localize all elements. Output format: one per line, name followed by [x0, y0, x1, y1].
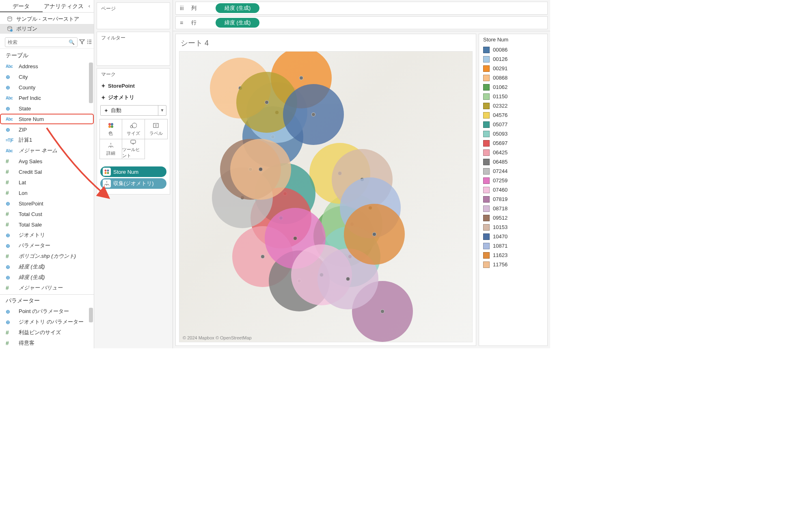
field-item[interactable]: #Total Sale: [0, 219, 94, 230]
scrollbar-thumb[interactable]: [89, 63, 93, 103]
marks-color-button[interactable]: 色: [99, 119, 123, 139]
legend-item[interactable]: 07460: [482, 185, 545, 194]
parameter-item[interactable]: ⊕ジオメトリ のパラメーター: [0, 317, 94, 327]
marks-detail-button[interactable]: 詳細: [99, 139, 123, 159]
pill-storenum[interactable]: Store Num: [100, 166, 166, 177]
field-item[interactable]: #Total Cust: [0, 209, 94, 219]
geo-field-icon: ⊕: [6, 309, 15, 315]
field-item[interactable]: ⊕StorePoint: [0, 198, 94, 209]
legend-item[interactable]: 07259: [482, 176, 545, 185]
legend-swatch: [483, 224, 490, 231]
legend-item[interactable]: 00126: [482, 54, 545, 64]
parameter-item[interactable]: ⊕Point のパラメーター: [0, 306, 94, 317]
legend-item[interactable]: 05093: [482, 129, 545, 138]
field-item[interactable]: ⊕パラメーター: [0, 240, 94, 251]
tab-data[interactable]: データ: [0, 0, 43, 12]
legend-item[interactable]: 01062: [482, 82, 545, 92]
legend-label: 04576: [493, 112, 508, 118]
geo-field-icon: ⊕: [6, 274, 15, 281]
field-item[interactable]: ⊕経度 (生成): [0, 261, 94, 272]
visualization-pane[interactable]: シート 4 © 2024 Mapbox © OpenStreetMap: [175, 34, 476, 346]
field-item[interactable]: AbcAddress: [0, 61, 94, 71]
filters-card[interactable]: フィルター: [97, 32, 170, 66]
field-item[interactable]: #メジャー バリュー: [0, 283, 94, 293]
legend-item[interactable]: 08718: [482, 204, 545, 213]
datasource-item[interactable]: サンプル - スーパーストア: [0, 14, 94, 24]
legend-item[interactable]: 05077: [482, 120, 545, 129]
legend-item[interactable]: 10470: [482, 232, 545, 241]
marks-layer-geometry[interactable]: ✦ ジオメトリ: [97, 91, 170, 104]
marks-layer-storepoint[interactable]: ✦ StorePoint: [97, 80, 170, 91]
field-item[interactable]: ⊕緯度 (生成): [0, 272, 94, 283]
legend-label: 11756: [493, 261, 508, 268]
legend-item[interactable]: 02322: [482, 101, 545, 110]
parameter-item[interactable]: #得意客: [0, 338, 94, 348]
parameter-item[interactable]: #利益ビンのサイズ: [0, 327, 94, 338]
legend-label: 11623: [493, 252, 508, 258]
field-item[interactable]: ⊕ZIP: [0, 124, 94, 135]
sheet-title[interactable]: シート 4: [179, 37, 473, 51]
legend-item[interactable]: 04576: [482, 110, 545, 120]
field-item[interactable]: ⊕City: [0, 71, 94, 82]
pill-geometry[interactable]: 収集(ジオメトリ): [100, 178, 166, 189]
legend-item[interactable]: 00291: [482, 64, 545, 73]
color-legend[interactable]: Store Num 000860012600291008680106201150…: [479, 34, 548, 346]
legend-item[interactable]: 11756: [482, 260, 545, 269]
legend-item[interactable]: 00086: [482, 45, 545, 54]
datasource-item[interactable]: ポリゴン: [0, 24, 94, 34]
legend-item[interactable]: 01150: [482, 92, 545, 101]
legend-item[interactable]: 05697: [482, 138, 545, 148]
map-view[interactable]: © 2024 Mapbox © OpenStreetMap: [179, 51, 473, 342]
field-item[interactable]: #Lon: [0, 188, 94, 198]
search-input[interactable]: 🔍: [5, 37, 78, 47]
field-item[interactable]: #ポリゴン.shp (カウント): [0, 251, 94, 261]
map-bubble[interactable]: [344, 204, 405, 265]
legend-item[interactable]: 06485: [482, 157, 545, 166]
legend-item[interactable]: 07244: [482, 166, 545, 176]
map-bubble[interactable]: [283, 84, 344, 145]
field-item[interactable]: AbcPerf Indic: [0, 93, 94, 103]
legend-item[interactable]: 11623: [482, 251, 545, 260]
legend-item[interactable]: 10153: [482, 222, 545, 232]
tab-analytics[interactable]: アナリティクス: [43, 0, 85, 12]
scrollbar-thumb[interactable]: [89, 308, 93, 322]
legend-item[interactable]: 10871: [482, 241, 545, 251]
collapse-panel-icon[interactable]: ‹: [85, 0, 94, 12]
marks-size-button[interactable]: サイズ: [122, 119, 145, 139]
field-label: StorePoint: [19, 201, 43, 207]
marks-tooltip-button[interactable]: ツールヒント: [122, 139, 145, 159]
field-item[interactable]: #Lat: [0, 177, 94, 188]
legend-item[interactable]: 00868: [482, 73, 545, 82]
legend-label: 06425: [493, 149, 508, 155]
field-item[interactable]: ⊕ジオメトリ: [0, 230, 94, 240]
field-item[interactable]: Abcメジャー ネーム: [0, 145, 94, 156]
legend-label: 09512: [493, 215, 508, 221]
marks-type-dropdown[interactable]: ✦ 自動 ▼: [100, 105, 166, 116]
field-item[interactable]: #Credit Sal: [0, 166, 94, 177]
field-item[interactable]: =T|F計算1: [0, 135, 94, 145]
rows-shelf[interactable]: ≡ 行 緯度 (生成): [175, 16, 548, 29]
marks-label-button[interactable]: T ラベル: [145, 119, 168, 139]
legend-label: 00086: [493, 47, 508, 53]
field-item[interactable]: ⊕County: [0, 82, 94, 93]
field-item[interactable]: ⊕State: [0, 103, 94, 114]
view-list-icon[interactable]: [86, 39, 92, 46]
rows-pill[interactable]: 緯度 (生成): [216, 18, 259, 28]
center-dot-icon: [293, 236, 297, 240]
legend-swatch: [483, 187, 490, 193]
pages-label: ページ: [97, 3, 170, 15]
pages-card[interactable]: ページ: [97, 2, 170, 29]
columns-shelf[interactable]: iii 列 経度 (生成): [175, 2, 548, 15]
legend-item[interactable]: 07819: [482, 194, 545, 204]
columns-pill[interactable]: 経度 (生成): [216, 3, 259, 13]
legend-label: 01150: [493, 93, 508, 99]
filter-icon[interactable]: [79, 39, 85, 46]
legend-label: 00126: [493, 56, 508, 62]
legend-item[interactable]: 06425: [482, 148, 545, 157]
legend-item[interactable]: 09512: [482, 213, 545, 222]
field-item[interactable]: AbcStore Num: [0, 114, 94, 124]
field-label: メジャー バリュー: [19, 284, 63, 292]
map-bubble[interactable]: [230, 139, 291, 200]
field-list: AbcAddress⊕City⊕CountyAbcPerf Indic⊕Stat…: [0, 61, 94, 294]
field-item[interactable]: #Avg Sales: [0, 156, 94, 166]
